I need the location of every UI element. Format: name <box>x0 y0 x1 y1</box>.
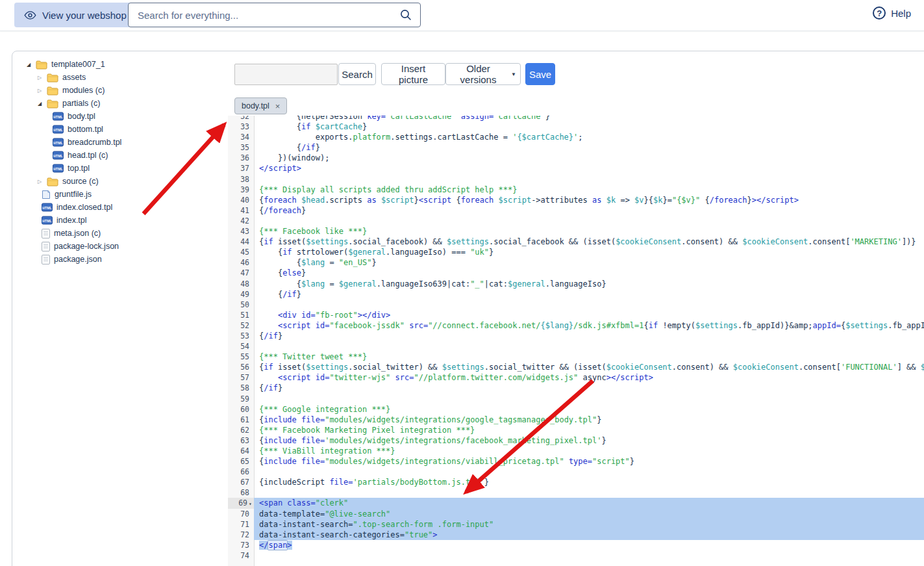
expand-icon[interactable]: ▷ <box>38 75 47 81</box>
code-line-text[interactable] <box>254 467 924 477</box>
code-line-text[interactable]: {include file="modules/widgets/integrati… <box>254 415 924 425</box>
code-line-text[interactable]: {/if} <box>254 383 924 393</box>
code-line[interactable]: 65{include file="modules/widgets/integra… <box>228 456 924 467</box>
tree-item-template007-1[interactable]: ◢template007_1 <box>27 58 221 71</box>
collapse-icon[interactable]: ◢ <box>27 62 36 68</box>
code-line[interactable]: 68 <box>228 487 924 498</box>
code-line[interactable]: 33 {if $cartCache} <box>228 122 924 132</box>
code-line[interactable]: 47 {else} <box>228 268 924 278</box>
code-line[interactable]: 56{if isset($settings.social_twitter) &&… <box>228 362 924 372</box>
expand-icon[interactable]: ▷ <box>38 179 47 185</box>
code-line[interactable]: 73</span> <box>228 540 924 550</box>
code-line-text[interactable]: {if isset($settings.social_twitter) && $… <box>254 362 924 372</box>
code-line[interactable]: 45 {if strtolower($general.languageIso) … <box>228 247 924 257</box>
tree-item-index-tpl[interactable]: HTMLindex.tpl <box>27 214 221 227</box>
code-line-text[interactable]: {foreach $head.scripts as $script}<scrip… <box>254 195 924 205</box>
code-line-text[interactable] <box>254 174 924 185</box>
older-versions-button[interactable]: Older versions ▼ <box>445 63 521 85</box>
code-line-text[interactable]: <script id="facebook-jssdk" src="//conne… <box>254 320 924 331</box>
code-line-text[interactable]: {include file='modules/widgets/integrati… <box>254 435 924 446</box>
editor-search-input[interactable] <box>234 64 338 85</box>
code-line-text[interactable]: {includeScript file='partials/bodyBottom… <box>254 477 924 487</box>
code-line[interactable]: 60{*** Google integration ***} <box>228 404 924 415</box>
code-line[interactable]: 39{*** Display all scripts added thru ad… <box>228 185 924 195</box>
code-line-text[interactable]: data-instant-search=".top-search-form .f… <box>254 519 924 530</box>
code-line-text[interactable]: {/if} <box>254 142 924 153</box>
code-line-text[interactable]: {if strtolower($general.languageIso) ===… <box>254 247 924 257</box>
code-line-text[interactable]: <span class="clerk" <box>254 498 924 508</box>
insert-picture-button[interactable]: Insert picture <box>381 63 445 85</box>
tree-item-top-tpl[interactable]: HTMLtop.tpl <box>27 162 221 175</box>
code-line-text[interactable] <box>254 394 924 404</box>
code-line-text[interactable]: {$lang = "en_US"} <box>254 257 924 268</box>
code-line-text[interactable]: {/foreach} <box>254 205 924 216</box>
code-line[interactable]: 41{/foreach} <box>228 205 924 216</box>
code-line-text[interactable]: {if $cartCache} <box>254 122 924 132</box>
code-line-text[interactable]: <script id="twitter-wjs" src="//platform… <box>254 372 924 383</box>
code-line-text[interactable]: </span> <box>254 540 924 550</box>
code-line-text[interactable] <box>254 300 924 310</box>
code-line-text[interactable]: {/if} <box>254 331 924 341</box>
code-line[interactable]: 61{include file="modules/widgets/integra… <box>228 415 924 425</box>
search-button[interactable]: Search <box>338 63 376 85</box>
code-line[interactable]: 42 <box>228 216 924 226</box>
tree-item-breadcrumb-tpl[interactable]: HTMLbreadcrumb.tpl <box>27 136 221 149</box>
code-line[interactable]: 50 <box>228 300 924 310</box>
expand-icon[interactable]: ▷ <box>38 88 47 94</box>
code-line[interactable]: 49 {/if} <box>228 289 924 300</box>
tree-item-assets[interactable]: ▷assets <box>27 71 221 84</box>
code-line[interactable]: 37</script> <box>228 163 924 174</box>
code-line[interactable]: 46 {$lang = "en_US"} <box>228 257 924 268</box>
code-line[interactable]: 71data-instant-search=".top-search-form … <box>228 519 924 530</box>
code-line[interactable]: 69▾<span class="clerk" <box>228 498 924 508</box>
code-line-text[interactable]: {$lang = $general.languageIso639|cat:"_"… <box>254 279 924 289</box>
code-line-text[interactable]: data-template="@live-search" <box>254 509 924 519</box>
code-line-text[interactable]: })(window); <box>254 153 924 163</box>
code-line[interactable]: 48 {$lang = $general.languageIso639|cat:… <box>228 279 924 289</box>
code-line-text[interactable]: data-instant-search-categories="true"> <box>254 530 924 540</box>
tab-body-tpl[interactable]: body.tpl × <box>234 97 287 114</box>
code-line[interactable]: 54 <box>228 341 924 352</box>
close-tab-icon[interactable]: × <box>275 102 281 110</box>
search-icon[interactable] <box>400 9 412 21</box>
code-line[interactable]: 35 {/if} <box>228 142 924 153</box>
code-line[interactable]: 44{if isset($settings.social_facebook) &… <box>228 237 924 247</box>
code-line[interactable]: 59 <box>228 394 924 404</box>
view-webshop-button[interactable]: View your webshop <box>14 3 136 27</box>
code-line[interactable]: 40{foreach $head.scripts as $script}<scr… <box>228 195 924 205</box>
save-button[interactable]: Save <box>525 63 555 85</box>
tree-item-package-lock-json[interactable]: package-lock.json <box>27 240 221 253</box>
code-line-text[interactable]: exports.platform.settings.cartLastCache … <box>254 132 924 142</box>
help-button[interactable]: ? Help <box>873 6 911 19</box>
code-line[interactable]: 64{*** ViaBill integration ***} <box>228 446 924 456</box>
code-line[interactable]: 63{include file='modules/widgets/integra… <box>228 435 924 446</box>
tree-item-index-closed-tpl[interactable]: HTMLindex.closed.tpl <box>27 201 221 214</box>
code-line[interactable]: 62{*** Facebook Marketing Pixel integrat… <box>228 425 924 435</box>
code-line[interactable]: 55{*** Twitter tweet ***} <box>228 352 924 362</box>
code-line-text[interactable]: </script> <box>254 163 924 174</box>
code-line-text[interactable]: {else} <box>254 268 924 278</box>
code-line[interactable]: 43{*** Facebook like ***} <box>228 226 924 237</box>
tree-item-package-json[interactable]: package.json <box>27 253 221 266</box>
code-line[interactable]: 67{includeScript file='partials/bodyBott… <box>228 477 924 487</box>
code-line-text[interactable]: {*** Display all scripts added thru addS… <box>254 185 924 195</box>
code-line-text[interactable]: {helperSession key="cartLastCache" assig… <box>254 116 924 122</box>
tree-item-modules-c[interactable]: ▷modules (c) <box>27 84 221 97</box>
code-line-text[interactable]: {*** Twitter tweet ***} <box>254 352 924 362</box>
tree-item-bottom-tpl[interactable]: HTMLbottom.tpl <box>27 123 221 136</box>
code-line[interactable]: 53{/if} <box>228 331 924 341</box>
tree-item-body-tpl[interactable]: HTMLbody.tpl <box>27 110 221 123</box>
code-line-text[interactable]: {if isset($settings.social_facebook) && … <box>254 237 924 247</box>
collapse-icon[interactable]: ◢ <box>38 101 47 107</box>
tree-item-meta-json-c[interactable]: meta.json (c) <box>27 227 221 240</box>
code-line[interactable]: 72data-instant-search-categories="true"> <box>228 530 924 540</box>
code-line-text[interactable]: {include file="modules/widgets/integrati… <box>254 456 924 467</box>
code-line-text[interactable]: {*** Facebook like ***} <box>254 226 924 237</box>
tree-item-head-tpl-c[interactable]: HTMLhead.tpl (c) <box>27 149 221 162</box>
code-line-text[interactable] <box>254 341 924 352</box>
code-line[interactable]: 34 exports.platform.settings.cartLastCac… <box>228 132 924 142</box>
code-line-text[interactable] <box>254 550 924 561</box>
code-line[interactable]: 36 })(window); <box>228 153 924 163</box>
tree-item-source-c[interactable]: ▷source (c) <box>27 175 221 188</box>
tree-item-gruntfile-js[interactable]: gruntfile.js <box>27 188 221 201</box>
